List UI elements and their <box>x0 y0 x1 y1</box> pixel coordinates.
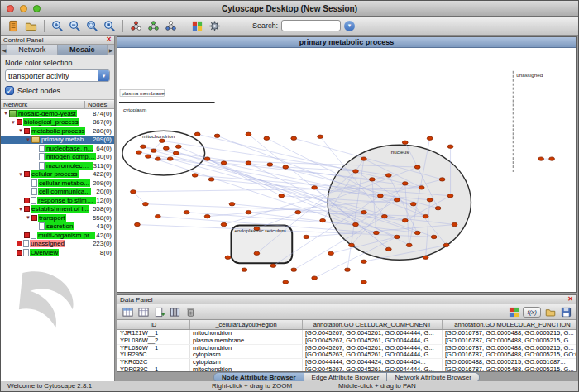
tree-item[interactable]: cellular metabo...209(0) <box>1 179 114 188</box>
tree-item[interactable]: ▼mosaic-demo-yeast874(0) <box>1 109 114 118</box>
formula-builder-button[interactable]: f(x) <box>523 307 541 318</box>
tree-item[interactable]: ▼metabolic process280(0) <box>1 127 114 136</box>
tab-scroll-left-icon[interactable]: ◀ <box>1 45 7 55</box>
column-header[interactable]: annotation.GO MOLECULAR_FUNCTION <box>443 320 579 329</box>
tree-item[interactable]: ▼cellular process422(0) <box>1 170 114 179</box>
tree-item[interactable]: nucleobase, n...64(0) <box>1 144 114 153</box>
tree-item[interactable]: unassigned223(0) <box>1 240 114 249</box>
tree-expander-icon[interactable]: ▼ <box>17 128 24 133</box>
export-attributes-icon[interactable] <box>559 306 572 318</box>
tree-item[interactable]: response to stimu...12(0) <box>1 196 114 205</box>
tree-item-count: 30(0) <box>96 153 114 160</box>
new-attribute-icon[interactable] <box>152 306 165 318</box>
network-leaf-icon <box>31 232 36 239</box>
network-leaf-icon <box>39 145 45 152</box>
tree-expander-icon[interactable]: ▼ <box>10 120 17 125</box>
table-row[interactable]: YJR121W__1mitochondrion[GO:0045267, GO:0… <box>117 330 576 337</box>
open-session-icon[interactable] <box>23 18 39 34</box>
tree-expander-icon[interactable]: ▼ <box>25 137 31 142</box>
network-leaf-icon <box>39 162 45 170</box>
search-input[interactable] <box>281 20 341 31</box>
table-cell: [GO:0016787, GO:0005488, GO:0005215, GO:… <box>443 351 576 358</box>
apply-layout-icon[interactable] <box>163 18 179 34</box>
column-header[interactable]: ID <box>117 320 190 329</box>
network-canvas[interactable]: plasma membranecytoplasmmitochondrionnuc… <box>117 48 576 292</box>
tree-item-count: 20(0) <box>96 188 114 195</box>
control-panel: Control Panel ✕ ◀ NetworkMosaic ▶ Node c… <box>1 36 115 381</box>
node-color-select[interactable]: transporter activity ▾ <box>5 69 110 82</box>
plugins-icon[interactable] <box>207 18 223 34</box>
tree-item[interactable]: ▼primary metabo...209(0) <box>1 136 114 145</box>
tree-item[interactable]: cell communica...20(0) <box>1 188 114 197</box>
tree-expander-icon[interactable]: ▼ <box>25 215 31 220</box>
delete-attribute-icon[interactable] <box>184 306 197 318</box>
node-color-chip <box>17 119 22 125</box>
tree-item[interactable]: ▼establishment of l...558(0) <box>1 205 114 214</box>
zoom-selected-icon[interactable] <box>84 18 100 34</box>
tree-item-label: nucleobase, n... <box>45 145 93 152</box>
table-cell: [GO:0045267, GO:0045261, GO:0044444, G..… <box>303 345 443 351</box>
status-zoom-hint: Right-click + drag to ZOOM <box>212 382 292 390</box>
data-panel: Data Panel ✕ f(x) ID_cellularLayoutRegio… <box>117 294 577 372</box>
attribute-matrix-icon[interactable] <box>507 306 520 318</box>
minimize-window-icon[interactable] <box>20 5 27 12</box>
tree-item-count: 867(0) <box>93 118 114 126</box>
select-all-attributes-icon[interactable] <box>121 306 134 318</box>
control-panel-header: Control Panel ✕ <box>1 36 114 45</box>
tab-mosaic[interactable]: Mosaic <box>58 45 108 55</box>
tree-item[interactable]: ▼biological_process867(0) <box>1 118 114 127</box>
close-panel-icon[interactable]: ✕ <box>106 36 112 43</box>
unselect-all-attributes-icon[interactable] <box>136 306 150 318</box>
close-data-panel-icon[interactable]: ✕ <box>567 296 573 303</box>
tab-scroll-right-icon[interactable]: ▶ <box>108 45 114 55</box>
close-window-icon[interactable] <box>7 5 14 12</box>
tree-item-label: cellular process <box>31 170 79 178</box>
tree-expander-icon[interactable]: ▼ <box>17 207 24 212</box>
tree-item-label: transport <box>38 214 66 222</box>
tree-item[interactable]: Overview8(0) <box>1 248 114 257</box>
column-header[interactable]: annotation.GO CELLULAR_COMPONENT <box>303 320 443 329</box>
control-panel-title: Control Panel <box>3 36 43 44</box>
node-color-chip <box>24 206 30 212</box>
select-columns-icon[interactable] <box>168 306 181 318</box>
tree-item-label: Overview <box>30 249 59 256</box>
tree-item[interactable]: secretion41(0) <box>1 222 114 232</box>
table-row[interactable]: YKR052Ccytoplasm[GO:0044444, GO:0044424,… <box>117 359 576 366</box>
status-pan-hint: Middle-click + drag to PAN <box>338 382 416 390</box>
tree-item-count: 8(0) <box>100 249 114 256</box>
table-cell: [GO:0045267, GO:0045261, GO:0044444, G..… <box>303 337 443 344</box>
zoom-out-icon[interactable] <box>67 18 83 34</box>
tree-item[interactable]: ▼transport558(0) <box>1 213 114 222</box>
table-cell: YPL036W__2 <box>117 337 190 344</box>
node-color-chip <box>24 128 30 134</box>
new-session-icon[interactable] <box>6 18 22 34</box>
select-nodes-checkbox[interactable]: ✓ <box>5 86 14 95</box>
tree-item[interactable]: nitrogen compo...30(0) <box>1 153 114 162</box>
hide-selected-icon[interactable] <box>128 18 144 34</box>
tree-item[interactable]: macromolecule...311(0) <box>1 161 114 170</box>
tree-item-count: 42(0) <box>96 232 114 239</box>
table-row[interactable]: YDR039C__1mitochondrion[GO:0045267, GO:0… <box>117 366 576 371</box>
table-cell: cytoplasm <box>190 351 303 358</box>
cytoscape-watermark <box>7 265 82 332</box>
column-header[interactable]: _cellularLayoutRegion <box>190 320 303 329</box>
zoom-in-icon[interactable] <box>50 18 65 34</box>
zoom-fit-icon[interactable] <box>102 18 117 34</box>
import-attributes-icon[interactable] <box>543 306 557 318</box>
zoom-window-icon[interactable] <box>33 5 41 12</box>
tab-network[interactable]: Network <box>7 45 58 55</box>
table-row[interactable]: YPL036W__2plasma membrane[GO:0045267, GO… <box>117 337 576 345</box>
tree-expander-icon[interactable]: ▼ <box>17 172 24 177</box>
new-network-from-selection-icon[interactable] <box>146 18 161 34</box>
network-leaf-icon <box>23 249 29 256</box>
tree-expander-icon[interactable]: ▼ <box>2 111 9 116</box>
table-cell: [GO:0045263, GO:0045261, GO:0044444, G..… <box>303 351 443 358</box>
search-options-icon[interactable]: ▾ <box>344 21 355 31</box>
tree-item[interactable]: multi-organism pr...42(0) <box>1 231 114 240</box>
table-row[interactable]: YPL036W__1mitochondrion[GO:0045267, GO:0… <box>117 345 576 352</box>
vizmapper-icon[interactable] <box>189 18 205 34</box>
table-cell: mitochondrion <box>190 366 303 371</box>
tree-item-count: 422(0) <box>93 170 114 178</box>
table-row[interactable]: YLR295Ccytoplasm[GO:0045263, GO:0045261,… <box>117 351 576 359</box>
table-cell: YLR295C <box>117 351 190 358</box>
